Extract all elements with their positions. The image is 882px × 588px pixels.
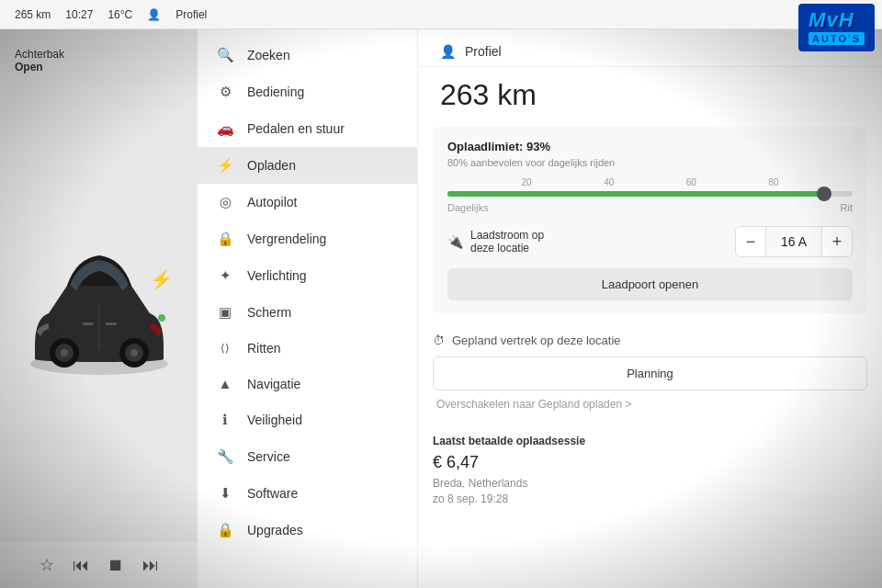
sidebar-item-vergrendeling[interactable]: 🔒 Vergrendeling — [198, 220, 417, 257]
content-area: 👤 Profiel 263 km Oplaadlimiet: 93% 80% a… — [418, 29, 882, 588]
sidebar-item-pedalen[interactable]: 🚗 Pedalen en stuur — [198, 110, 417, 147]
favorite-button[interactable]: ☆ — [40, 555, 54, 575]
sidebar-label-vergrendeling: Vergrendeling — [247, 232, 326, 246]
sidebar-item-autopilot[interactable]: ◎ Autopilot — [198, 184, 417, 220]
sidebar-label-upgrades: Upgrades — [247, 523, 303, 537]
sidebar-item-bediening[interactable]: ⚙ Bediening — [198, 74, 417, 110]
stop-button[interactable]: ⏹ — [107, 556, 124, 575]
sidebar-label-veiligheid: Veiligheid — [247, 413, 302, 427]
sidebar-label-bediening: Bediening — [247, 85, 304, 99]
service-icon: 🔧 — [216, 448, 234, 465]
gepland-title: ⏱ Gepland vertrek op deze locatie — [433, 334, 867, 347]
current-minus-button[interactable]: − — [736, 227, 765, 256]
label-rit: Rit — [841, 202, 853, 213]
current-control: − 16 A + — [735, 226, 853, 257]
charge-panel: Oplaadlimiet: 93% 80% aanbevolen voor da… — [433, 127, 867, 313]
bediening-icon: ⚙ — [216, 84, 234, 100]
sidebar-label-navigatie: Navigatie — [247, 377, 300, 391]
sidebar-item-navigatie[interactable]: ▲ Navigatie — [198, 366, 417, 401]
laatste-location: Breda, Netherlands zo 8 sep. 19:28 — [433, 476, 867, 507]
media-controls: ☆ ⏮ ⏹ ⏭ — [0, 542, 198, 588]
plug-icon: 🔌 — [447, 234, 463, 249]
sidebar-item-zoeken[interactable]: 🔍 Zoeken — [198, 37, 417, 74]
sidebar-item-service[interactable]: 🔧 Service — [198, 438, 417, 475]
navigatie-icon: ▲ — [216, 376, 234, 391]
svg-rect-9 — [106, 322, 117, 325]
sidebar-item-upgrades[interactable]: 🔒 Upgrades — [198, 512, 417, 548]
autopilot-icon: ◎ — [216, 194, 234, 210]
main-container: Achterbak Open — [0, 29, 882, 588]
sidebar-label-scherm: Scherm — [247, 305, 291, 320]
label-dagelijks: Dagelijks — [447, 202, 489, 213]
car-panel: Achterbak Open — [0, 29, 198, 588]
sidebar-item-scherm[interactable]: ▣ Scherm — [198, 294, 417, 331]
sidebar-label-autopilot: Autopilot — [247, 195, 297, 209]
scherm-icon: ▣ — [216, 304, 234, 321]
charge-limit-label: Oplaadlimiet: 93% — [447, 140, 853, 153]
sidebar-label-ritten: Ritten — [247, 341, 281, 356]
laatste-section: Laatst betaalde oplaadsessie € 6,47 Bred… — [433, 427, 867, 514]
sidebar-label-pedalen: Pedalen en stuur — [247, 121, 345, 136]
upgrades-icon: 🔒 — [216, 522, 234, 538]
opladen-icon: ⚡ — [216, 157, 234, 174]
clock-icon: ⏱ — [433, 334, 445, 347]
achterbak-status: Open — [15, 61, 43, 74]
mvh-subtitle: AUTO'S — [808, 32, 865, 45]
sidebar-item-verlichting[interactable]: ✦ Verlichting — [198, 257, 417, 294]
status-time: 10:27 — [65, 8, 93, 21]
profile-icon: 👤 — [440, 44, 456, 59]
status-profile[interactable]: Profiel — [175, 8, 207, 21]
laatste-amount: € 6,47 — [433, 453, 867, 472]
slider-fill — [447, 191, 824, 197]
achterbak-label: Achterbak Open — [15, 48, 64, 74]
laadpoort-button[interactable]: Laadpoort openen — [447, 268, 853, 300]
slider-track — [447, 191, 853, 197]
pedalen-icon: 🚗 — [216, 120, 234, 137]
current-plus-button[interactable]: + — [822, 227, 852, 256]
verlichting-icon: ✦ — [216, 267, 234, 284]
charge-slider[interactable]: 20406080 Dagelijks Rit — [447, 177, 853, 213]
slider-labels: 20406080 — [447, 177, 853, 187]
laatste-title: Laatst betaalde oplaadsessie — [433, 435, 867, 447]
charge-sub-label: 80% aanbevolen voor dagelijks rijden — [447, 157, 853, 168]
car-image: ⚡ — [17, 217, 182, 401]
sidebar-label-zoeken: Zoeken — [247, 48, 290, 62]
sidebar-item-veiligheid[interactable]: ℹ Veiligheid — [198, 401, 417, 438]
mvh-logo: MvH AUTO'S — [798, 4, 875, 51]
current-label: 🔌 Laadstroom opdeze locatie — [447, 229, 728, 254]
svg-point-10 — [158, 314, 165, 322]
svg-point-3 — [61, 349, 68, 356]
software-icon: ⬇ — [216, 485, 234, 502]
sidebar-label-verlichting: Verlichting — [247, 268, 307, 283]
ritten-icon: ⟨⟩ — [216, 342, 234, 355]
status-profile-icon: 👤 — [147, 8, 161, 21]
planning-button[interactable]: Planning — [433, 356, 867, 390]
sidebar-item-opladen[interactable]: ⚡ Opladen — [198, 147, 417, 184]
veiligheid-icon: ℹ — [216, 412, 234, 428]
status-temp: 16°C — [107, 8, 132, 21]
sidebar-item-software[interactable]: ⬇ Software — [198, 475, 417, 512]
current-row: 🔌 Laadstroom opdeze locatie − 16 A + — [447, 226, 853, 257]
search-icon: 🔍 — [216, 47, 234, 63]
svg-rect-8 — [83, 322, 94, 325]
status-distance: 265 km — [15, 8, 51, 21]
vergrendeling-icon: 🔒 — [216, 231, 234, 247]
sidebar-item-ritten[interactable]: ⟨⟩ Ritten — [198, 331, 417, 366]
status-bar: 265 km 10:27 16°C 👤 Profiel 🔋 50% — [0, 0, 882, 29]
prev-button[interactable]: ⏮ — [73, 556, 89, 575]
profile-label[interactable]: Profiel — [465, 44, 502, 59]
sidebar-label-software: Software — [247, 486, 298, 501]
slider-thumb[interactable] — [817, 187, 831, 201]
gepland-section: ⏱ Gepland vertrek op deze locatie Planni… — [433, 324, 867, 420]
sidebar-label-opladen: Opladen — [247, 158, 296, 173]
sidebar-label-service: Service — [247, 449, 290, 464]
charge-bolt-icon: ⚡ — [150, 268, 173, 290]
svg-point-6 — [130, 349, 138, 356]
sidebar: 🔍 Zoeken ⚙ Bediening 🚗 Pedalen en stuur … — [198, 29, 418, 588]
mvh-title: MvH — [808, 10, 865, 30]
slider-bottom-labels: Dagelijks Rit — [447, 202, 853, 213]
next-button[interactable]: ⏭ — [142, 556, 159, 575]
current-value: 16 A — [765, 227, 822, 256]
overschakelen-link[interactable]: Overschakelen naar Gepland opladen > — [433, 398, 867, 411]
km-display: 263 km — [418, 67, 882, 127]
